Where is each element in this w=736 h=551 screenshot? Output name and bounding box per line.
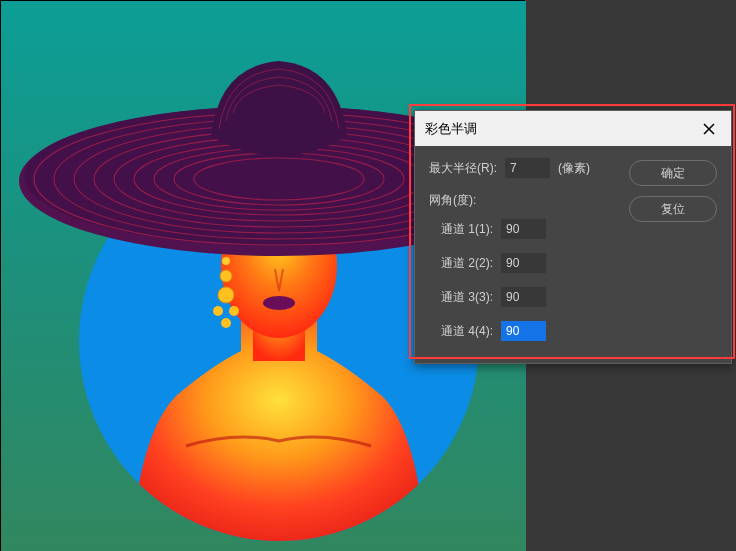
channel4-input[interactable]	[501, 321, 546, 341]
channel4-label: 通道 4(4):	[441, 323, 493, 340]
dialog-title: 彩色半调	[425, 120, 477, 138]
screen-angle-row: 网角(度):	[429, 192, 617, 209]
svg-point-19	[218, 287, 234, 303]
channel2-input[interactable]	[501, 253, 546, 273]
pixel-unit: (像素)	[558, 160, 590, 177]
max-radius-input[interactable]	[505, 158, 550, 178]
dialog-body: 最大半径(R): (像素) 网角(度): 通道 1(1): 通道 2(2): 通…	[415, 146, 731, 363]
max-radius-row: 最大半径(R): (像素)	[429, 158, 617, 178]
channel1-label: 通道 1(1):	[441, 221, 493, 238]
close-icon	[703, 123, 715, 135]
channel3-input[interactable]	[501, 287, 546, 307]
channel1-row: 通道 1(1):	[429, 219, 617, 239]
svg-point-22	[221, 318, 231, 328]
channel3-row: 通道 3(3):	[429, 287, 617, 307]
channel2-row: 通道 2(2):	[429, 253, 617, 273]
dialog-right-column: 确定 复位	[629, 158, 717, 341]
svg-point-21	[229, 306, 239, 316]
channel3-label: 通道 3(3):	[441, 289, 493, 306]
svg-point-18	[220, 270, 232, 282]
channel1-input[interactable]	[501, 219, 546, 239]
color-halftone-dialog: 彩色半调 最大半径(R): (像素) 网角(度): 通道 1(1): 通道 2(…	[414, 110, 732, 364]
svg-point-17	[222, 257, 230, 265]
reset-button[interactable]: 复位	[629, 196, 717, 222]
screen-angle-label: 网角(度):	[429, 192, 476, 209]
svg-point-20	[213, 306, 223, 316]
dialog-titlebar[interactable]: 彩色半调	[415, 111, 731, 146]
svg-point-5	[263, 296, 295, 310]
channel2-label: 通道 2(2):	[441, 255, 493, 272]
close-button[interactable]	[697, 117, 721, 141]
channel4-row: 通道 4(4):	[429, 321, 617, 341]
ok-button[interactable]: 确定	[629, 160, 717, 186]
max-radius-label: 最大半径(R):	[429, 160, 497, 177]
dialog-left-column: 最大半径(R): (像素) 网角(度): 通道 1(1): 通道 2(2): 通…	[429, 158, 617, 341]
